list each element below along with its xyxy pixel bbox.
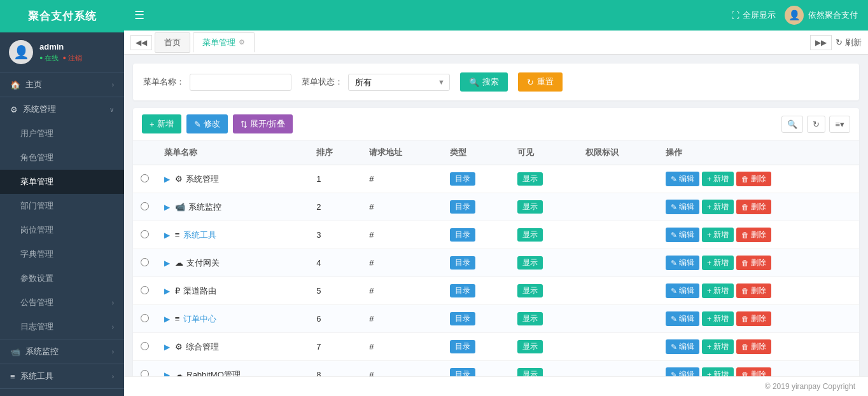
tools-icon: ≡ — [10, 372, 15, 381]
sidebar-item-menu-mgr[interactable]: 菜单管理 — [0, 170, 124, 194]
op-del-button[interactable]: 🗑删除 — [736, 172, 771, 186]
op-add-button[interactable]: +新增 — [702, 339, 734, 354]
edit-button[interactable]: ✎ 修改 — [186, 114, 228, 133]
cell-permission — [578, 361, 658, 377]
op-add-icon: + — [707, 175, 711, 184]
cell-permission — [578, 193, 658, 221]
cell-url: # — [361, 249, 442, 277]
sidebar-item-param-mgr[interactable]: 参数设置 — [0, 266, 124, 290]
system-submenu: 用户管理 角色管理 菜单管理 部门管理 岗位管理 字典管理 参数 — [0, 121, 124, 339]
op-edit-button[interactable]: ✎编辑 — [666, 228, 699, 242]
op-del-button[interactable]: 🗑删除 — [736, 367, 771, 376]
op-edit-button[interactable]: ✎编辑 — [666, 172, 699, 186]
sidebar-item-user-mgr[interactable]: 用户管理 — [0, 121, 124, 146]
op-btns: ✎编辑 +新增 🗑删除 — [666, 256, 851, 270]
search-button[interactable]: 🔍 搜索 — [460, 72, 508, 92]
row-radio[interactable] — [141, 258, 149, 266]
row-expand-icon[interactable]: ▶ — [164, 371, 170, 377]
row-expand-icon[interactable]: ▶ — [164, 343, 170, 352]
op-add-button[interactable]: +新增 — [702, 172, 734, 186]
cell-type: 目录 — [442, 277, 510, 305]
op-del-button[interactable]: 🗑删除 — [736, 228, 771, 242]
row-radio[interactable] — [141, 370, 149, 377]
table-row: ▶ ≡ 订单中心 6 # 目录 显示 ✎编辑 +新增 🗑删除 — [133, 305, 859, 333]
row-expand-icon[interactable]: ▶ — [164, 175, 170, 184]
op-edit-button[interactable]: ✎编辑 — [666, 200, 699, 214]
table-columns-icon-btn[interactable]: ≡▾ — [829, 116, 850, 133]
cell-type: 目录 — [442, 221, 510, 249]
op-add-button[interactable]: +新增 — [702, 367, 734, 376]
row-expand-icon[interactable]: ▶ — [164, 287, 170, 296]
tab-home[interactable]: 首页 — [155, 32, 190, 53]
row-radio[interactable] — [141, 202, 149, 210]
row-radio[interactable] — [141, 314, 149, 322]
tab-prev-button[interactable]: ◀◀ — [130, 35, 152, 50]
op-edit-button[interactable]: ✎编辑 — [666, 256, 699, 270]
fullscreen-button[interactable]: ⛶ 全屏显示 — [731, 10, 776, 21]
row-name-text: 系统监控 — [188, 202, 221, 212]
sidebar-item-role-mgr[interactable]: 角色管理 — [0, 146, 124, 170]
row-radio[interactable] — [141, 174, 149, 182]
sidebar-item-monitor[interactable]: 📹 系统监控 › — [0, 339, 124, 364]
op-edit-button[interactable]: ✎编辑 — [666, 311, 699, 326]
cell-url: # — [361, 305, 442, 333]
op-del-button[interactable]: 🗑删除 — [736, 200, 771, 214]
op-del-button[interactable]: 🗑删除 — [736, 283, 771, 298]
visible-tag: 显示 — [517, 228, 543, 242]
refresh-label: 刷新 — [845, 37, 862, 48]
op-del-button[interactable]: 🗑删除 — [736, 339, 771, 354]
op-btns: ✎编辑 +新增 🗑删除 — [666, 228, 851, 242]
op-del-button[interactable]: 🗑删除 — [736, 256, 771, 270]
sidebar-item-post-mgr[interactable]: 岗位管理 — [0, 218, 124, 242]
type-tag: 目录 — [450, 200, 475, 214]
hamburger-icon[interactable]: ☰ — [134, 8, 144, 22]
cell-permission — [578, 249, 658, 277]
row-expand-icon[interactable]: ▶ — [164, 203, 170, 212]
row-expand-icon[interactable]: ▶ — [164, 315, 170, 324]
menu-status-select[interactable]: 所有 显示 隐藏 — [348, 74, 450, 91]
topbar-user[interactable]: 👤 依然聚合支付 — [785, 6, 858, 25]
row-radio[interactable] — [141, 286, 149, 294]
cell-name: ▶ ⚙ 综合管理 — [157, 333, 309, 361]
sidebar-item-log-mgr[interactable]: 日志管理 › — [0, 315, 124, 339]
tab-menu-mgr[interactable]: 菜单管理 ⚙ — [193, 32, 255, 53]
op-add-button[interactable]: +新增 — [702, 283, 734, 298]
op-edit-button[interactable]: ✎编辑 — [666, 283, 699, 298]
table-row: ▶ ≡ 系统工具 3 # 目录 显示 ✎编辑 +新增 🗑删除 — [133, 221, 859, 249]
row-name-text: RabbitMQ管理 — [186, 370, 241, 377]
table-search-icon-btn[interactable]: 🔍 — [781, 116, 803, 133]
col-permission: 权限标识 — [578, 140, 658, 165]
op-add-button[interactable]: +新增 — [702, 256, 734, 270]
op-del-button[interactable]: 🗑删除 — [736, 311, 771, 326]
add-button[interactable]: + 新增 — [142, 114, 181, 133]
reset-button[interactable]: ↻ 重置 — [518, 72, 563, 92]
sidebar-item-tools[interactable]: ≡ 系统工具 › — [0, 364, 124, 388]
op-add-button[interactable]: +新增 — [702, 200, 734, 214]
op-btns: ✎编辑 +新增 🗑删除 — [666, 311, 851, 326]
sidebar-item-dept-mgr[interactable]: 部门管理 — [0, 194, 124, 218]
cell-radio — [133, 277, 157, 305]
status-logout[interactable]: 注销 — [62, 53, 81, 63]
cell-url: # — [361, 277, 442, 305]
op-edit-button[interactable]: ✎编辑 — [666, 367, 699, 376]
sidebar-item-home[interactable]: 🏠 主页 › — [0, 72, 124, 97]
op-add-button[interactable]: +新增 — [702, 311, 734, 326]
cell-name: ▶ 📹 系统监控 — [157, 193, 309, 221]
row-name-text: 系统管理 — [186, 174, 219, 184]
tab-next-button[interactable]: ▶▶ — [810, 35, 832, 50]
row-radio[interactable] — [141, 342, 149, 350]
expand-button[interactable]: ⇅ 展开/折叠 — [233, 114, 293, 133]
op-edit-button[interactable]: ✎编辑 — [666, 339, 699, 354]
row-item-icon: ☁ — [175, 258, 183, 268]
row-radio[interactable] — [141, 230, 149, 238]
refresh-button[interactable]: ↻ 刷新 — [836, 37, 862, 48]
sidebar-item-system[interactable]: ⚙ 系统管理 ∨ — [0, 97, 124, 121]
menu-name-input[interactable] — [190, 74, 291, 91]
op-add-button[interactable]: +新增 — [702, 228, 734, 242]
row-expand-icon[interactable]: ▶ — [164, 259, 170, 268]
sidebar-nav: 🏠 主页 › ⚙ 系统管理 ∨ 用户管理 角色管理 — [0, 72, 124, 396]
row-expand-icon[interactable]: ▶ — [164, 231, 170, 240]
sidebar-item-dict-mgr[interactable]: 字典管理 — [0, 242, 124, 266]
sidebar-item-notice-mgr[interactable]: 公告管理 › — [0, 290, 124, 315]
table-refresh-icon-btn[interactable]: ↻ — [807, 116, 825, 133]
